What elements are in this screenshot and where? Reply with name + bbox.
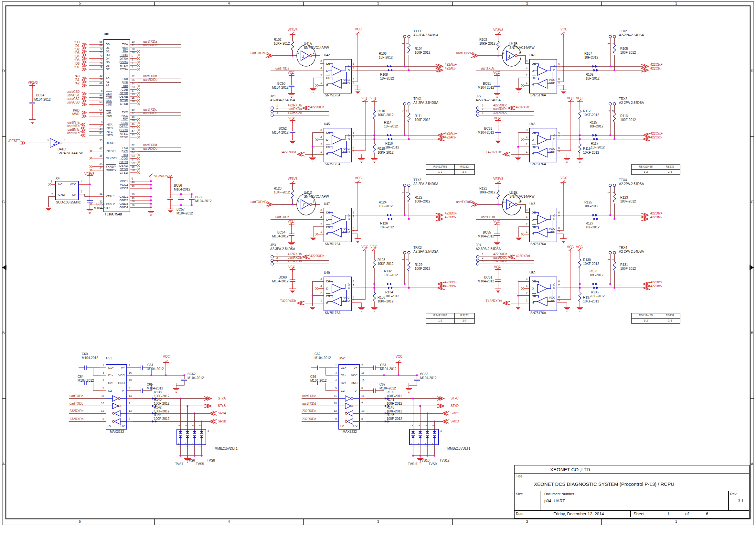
part-number: TL16C754B: [105, 213, 122, 216]
part-value: 100F-2012: [415, 118, 430, 122]
pin-number: 2: [406, 259, 409, 261]
pin-number: 67: [99, 147, 102, 150]
pin-name: R: [532, 84, 534, 87]
pin-number: 10: [519, 200, 521, 203]
refdes: R108: [380, 73, 388, 76]
pin-name: V-: [122, 389, 125, 392]
refdes: BC55: [483, 231, 491, 234]
pin-name: R: [326, 301, 328, 305]
pin-number: 3: [440, 430, 442, 433]
pin-number: 1: [178, 442, 179, 445]
refdes: R119: [583, 147, 590, 151]
pin-name: D: [326, 138, 328, 141]
pin-name: CTSD: [120, 171, 128, 174]
pin-name: D: [532, 69, 534, 72]
net-label: 422Crx-: [650, 136, 662, 139]
refdes: R133: [589, 270, 597, 273]
pin-number: 1: [320, 299, 322, 302]
power-net-label: VCC: [576, 97, 583, 100]
part-value: 10KF-2012: [378, 300, 393, 303]
pin-number: 2: [192, 425, 195, 426]
net-label: STxB: [218, 404, 226, 408]
part-number: SN74LVC14APW: [304, 195, 329, 198]
table-cell: 1-2: [644, 170, 648, 173]
pin-number: 4: [335, 379, 337, 382]
pin-name: CTSB: [120, 102, 128, 105]
zone-label: D: [751, 69, 753, 73]
table-cell: 1-2: [438, 170, 442, 173]
annotation: M104-2012: [195, 200, 212, 203]
pin-name: RE: [532, 225, 536, 228]
net-label: 232RXDc: [302, 409, 316, 413]
pin-name: RE: [326, 76, 330, 80]
pin-name: RE: [326, 294, 330, 297]
net-label: uartINTb: [67, 125, 79, 128]
pin-number: 1: [607, 259, 610, 261]
refdes: TTX3: [413, 179, 421, 182]
title-block: XEONET CO.,LTD. Title XEONET DCS DIAGNOS…: [514, 465, 749, 519]
net-label: 422RXDc: [516, 106, 530, 109]
net-label: uartTXDbEn: [251, 201, 268, 204]
pin-number: 36: [132, 196, 134, 199]
part-value: M104-2012: [310, 379, 327, 382]
refdes: R104: [415, 47, 422, 50]
part-number: SN75176A: [530, 163, 546, 166]
part-value: M104-2012: [478, 86, 494, 89]
pin-name: B: [554, 69, 555, 72]
net-label: 422Btx-: [445, 216, 456, 219]
pin-name: V-: [355, 389, 358, 392]
pin-number: 7: [361, 402, 363, 405]
table-header: RS232: [666, 165, 674, 168]
net-label: 422Atx+: [445, 63, 457, 66]
refdes: R141: [387, 398, 394, 401]
pin-number: 37: [132, 112, 134, 115]
pin-name: D: [326, 287, 328, 290]
pin-number: 2: [361, 364, 363, 367]
power-net-label: VCC: [567, 245, 574, 249]
power-net-label: VCC: [288, 71, 294, 74]
pin-number: 1: [432, 442, 433, 445]
pin-number: 2: [411, 425, 413, 426]
net-label: 422Atx-: [445, 67, 456, 70]
refdes: R114: [384, 121, 392, 124]
net-label: uartTXDa: [275, 67, 289, 70]
pin-name: HV: [121, 424, 125, 428]
pin-number: 10: [132, 41, 134, 43]
refdes: BC62: [187, 373, 196, 376]
pin-name: RIB: [123, 84, 128, 88]
net-label: fD2: [74, 48, 79, 51]
pin-name: DE: [532, 62, 536, 65]
part-value: M104-2012: [272, 235, 289, 238]
pin-name: CSD: [106, 103, 112, 106]
pin-number: 6: [353, 131, 354, 134]
part-value: 18F-2012: [591, 146, 605, 149]
part-number: SN75176A: [325, 163, 340, 166]
pin-number: 34: [99, 166, 102, 169]
annotation: 6: [64, 139, 65, 142]
pin-number: 2: [406, 110, 409, 112]
pin-number: 2: [425, 425, 428, 426]
refdes: U41B: [509, 42, 518, 45]
annotation: VCC: [70, 183, 76, 186]
pin-number: 64: [132, 151, 134, 154]
pin-name: DE: [326, 62, 330, 65]
net-label: uartINTa: [67, 121, 79, 124]
part-value: 10KF-2012: [479, 42, 495, 45]
part-number: A2-2PA-2.54DSA: [413, 183, 438, 186]
pin-number: 78: [132, 47, 134, 50]
part-number: SN74LVC14APW: [509, 46, 535, 49]
net-label: T422RXDb: [280, 299, 296, 303]
net-label: 422Drx-: [650, 285, 662, 288]
power-net-label: VCC: [494, 266, 501, 269]
net-label: 232RXDd: [302, 418, 316, 421]
pin-number: 2: [482, 257, 483, 259]
refdes: TVS6: [187, 459, 195, 462]
pin-number: 6: [558, 211, 560, 214]
refdes: TVS11: [408, 463, 418, 466]
refdes: U81: [104, 33, 110, 36]
pin-name: D7: [106, 68, 110, 71]
net-label: uartRXDb: [288, 256, 302, 259]
pin-number: 7: [353, 135, 354, 138]
pin-name: CDB: [122, 88, 128, 91]
annotation: VF3V3: [160, 175, 170, 178]
